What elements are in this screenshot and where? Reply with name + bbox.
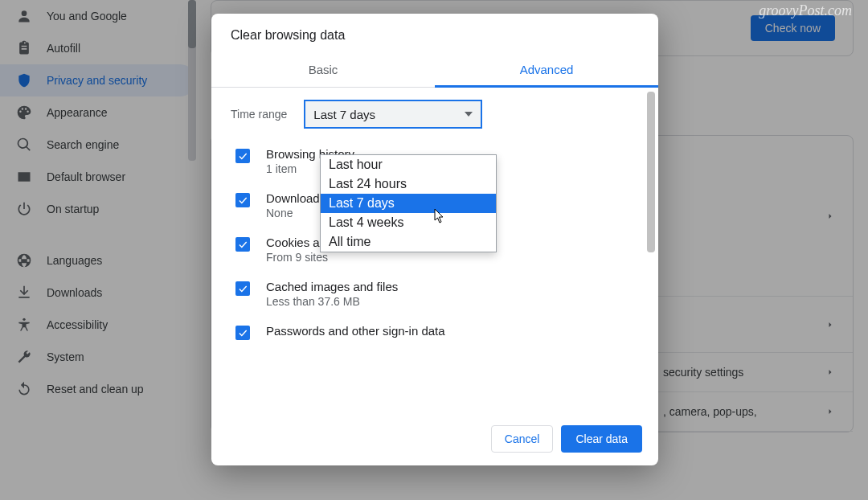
tab-advanced[interactable]: Advanced <box>435 52 658 87</box>
option-cached[interactable]: Cached images and files Less than 37.6 M… <box>231 272 639 316</box>
clear-data-button[interactable]: Clear data <box>561 425 642 453</box>
option-title: Cached images and files <box>266 280 398 293</box>
dropdown-option-last-24-hours[interactable]: Last 24 hours <box>321 174 496 194</box>
dialog-tabs: Basic Advanced <box>211 52 658 88</box>
dialog-footer: Cancel Clear data <box>211 414 658 465</box>
dropdown-option-last-hour[interactable]: Last hour <box>321 155 496 174</box>
option-title: Passwords and other sign-in data <box>266 324 445 338</box>
checkbox[interactable] <box>235 326 250 340</box>
dropdown-option-last-7-days[interactable]: Last 7 days <box>321 194 496 213</box>
time-range-value: Last 7 days <box>313 108 375 121</box>
mouse-cursor-icon <box>434 208 447 227</box>
checkbox[interactable] <box>235 237 250 252</box>
dropdown-option-all-time[interactable]: All time <box>321 232 496 252</box>
checkbox[interactable] <box>235 193 250 207</box>
dialog-title: Clear browsing data <box>211 14 658 52</box>
option-sub: From 9 sites <box>266 251 413 264</box>
checkbox[interactable] <box>235 149 250 163</box>
dropdown-option-last-4-weeks[interactable]: Last 4 weeks <box>321 213 496 232</box>
time-range-dropdown[interactable]: Last hour Last 24 hours Last 7 days Last… <box>320 154 497 252</box>
time-range-label: Time range <box>231 108 287 121</box>
chevron-down-icon <box>465 112 473 117</box>
option-passwords[interactable]: Passwords and other sign-in data <box>231 316 639 348</box>
cancel-button[interactable]: Cancel <box>491 425 554 453</box>
time-range-select[interactable]: Last 7 days <box>305 100 481 128</box>
tab-basic[interactable]: Basic <box>211 52 435 87</box>
checkbox[interactable] <box>235 281 250 296</box>
watermark: groovyPost.com <box>759 2 852 19</box>
option-sub: Less than 37.6 MB <box>266 295 398 308</box>
dialog-scrollbar[interactable] <box>647 92 655 252</box>
